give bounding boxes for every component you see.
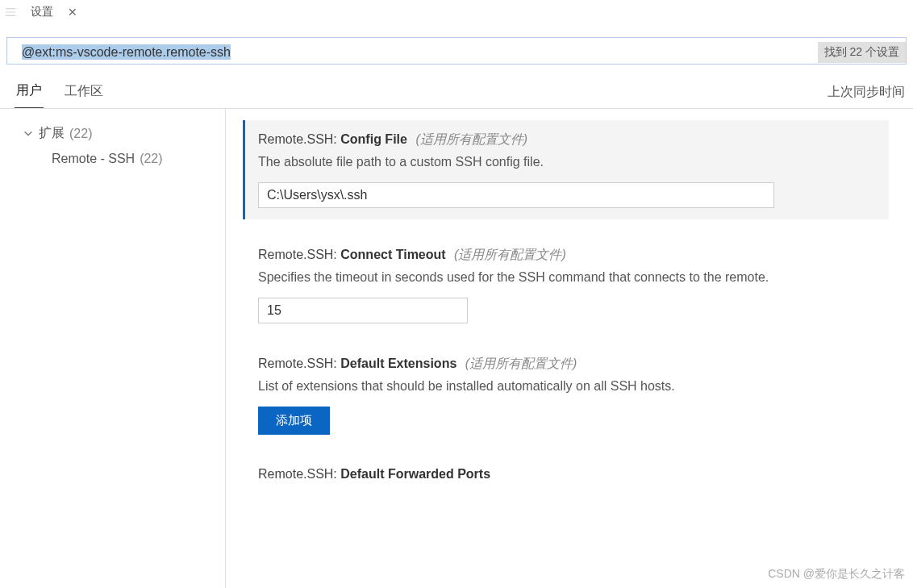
scope-tab-workspace[interactable]: 工作区	[63, 77, 105, 108]
setting-description: List of extensions that should be instal…	[258, 379, 889, 394]
setting-default-extensions: Remote.SSH: Default Extensions (适用所有配置文件…	[258, 356, 889, 435]
tree-item-remote-ssh[interactable]: Remote - SSH (22)	[19, 147, 219, 171]
settings-body: 扩展 (22) Remote - SSH (22) Remote.SSH: Co…	[0, 109, 913, 588]
settings-content[interactable]: Remote.SSH: Config File (适用所有配置文件) The a…	[226, 109, 913, 588]
chevron-down-icon	[23, 128, 34, 140]
tree-item-extensions[interactable]: 扩展 (22)	[19, 120, 219, 147]
watermark: CSDN @爱你是长久之计客	[768, 567, 905, 582]
settings-search[interactable]: @ext:ms-vscode-remote.remote-ssh 找到 22 个…	[6, 37, 907, 65]
search-input[interactable]: @ext:ms-vscode-remote.remote-ssh	[22, 45, 811, 60]
setting-description: Specifies the timeout in seconds used fo…	[258, 270, 889, 285]
tab-icon	[5, 6, 16, 18]
tree-item-label: Remote - SSH	[52, 152, 135, 166]
tree-item-label: 扩展	[39, 125, 65, 142]
setting-title: Remote.SSH: Config File (适用所有配置文件)	[258, 131, 876, 148]
last-sync-label: 上次同步时间	[828, 84, 913, 101]
tree-item-count: (22)	[140, 152, 162, 166]
config-file-input[interactable]	[258, 182, 774, 208]
scope-tab-user[interactable]: 用户	[15, 76, 44, 108]
setting-title: Remote.SSH: Default Extensions (适用所有配置文件…	[258, 356, 889, 373]
search-result-count: 找到 22 个设置	[818, 42, 906, 63]
tab-settings[interactable]: 设置 ✕	[19, 2, 89, 23]
setting-description: The absolute file path to a custom SSH c…	[258, 155, 876, 169]
close-icon[interactable]: ✕	[68, 6, 77, 19]
scope-tabs: 用户 工作区 上次同步时间	[0, 76, 913, 109]
add-item-button[interactable]: 添加项	[258, 407, 330, 435]
tree-item-count: (22)	[69, 127, 92, 141]
setting-title: Remote.SSH: Connect Timeout (适用所有配置文件)	[258, 247, 889, 264]
titlebar: 设置 ✕	[0, 0, 913, 24]
setting-default-forwarded-ports: Remote.SSH: Default Forwarded Ports	[258, 467, 889, 482]
settings-tree: 扩展 (22) Remote - SSH (22)	[0, 109, 226, 588]
tab-label: 设置	[31, 5, 53, 19]
setting-title: Remote.SSH: Default Forwarded Ports	[258, 467, 889, 482]
connect-timeout-input[interactable]	[258, 298, 468, 323]
setting-connect-timeout: Remote.SSH: Connect Timeout (适用所有配置文件) S…	[258, 247, 889, 323]
setting-config-file: Remote.SSH: Config File (适用所有配置文件) The a…	[243, 120, 889, 219]
